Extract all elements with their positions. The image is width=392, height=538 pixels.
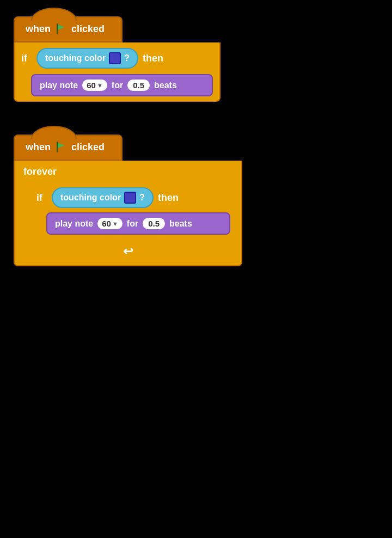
note-value-1: 60 xyxy=(87,81,96,90)
svg-marker-1 xyxy=(58,25,65,30)
note-pill-2[interactable]: 60 ▼ xyxy=(97,218,122,229)
script-group-1: when clicked if touching color ? then xyxy=(14,16,220,102)
svg-marker-3 xyxy=(58,143,65,148)
note-dropdown-arrow-1: ▼ xyxy=(97,82,103,89)
touching-color-condition-1[interactable]: touching color ? xyxy=(36,48,138,69)
play-label-1: play note xyxy=(40,81,78,90)
when-flag-clicked-block-1[interactable]: when clicked xyxy=(14,16,122,42)
forever-loop-arrow-2: ↩ xyxy=(15,242,241,261)
clicked-label-1: clicked xyxy=(71,23,105,35)
play-note-block-1[interactable]: play note 60 ▼ for 0.5 beats xyxy=(31,74,213,96)
if-block-inner-1: play note 60 ▼ for 0.5 beats xyxy=(15,74,219,96)
question-mark-1: ? xyxy=(124,53,130,63)
if-label-1: if xyxy=(21,53,32,64)
question-mark-2: ? xyxy=(139,193,145,203)
play-note-block-2[interactable]: play note 60 ▼ for 0.5 beats xyxy=(46,212,230,235)
when-label-2: when xyxy=(26,142,51,153)
beats-value-1: 0.5 xyxy=(133,81,144,90)
beats-pill-2[interactable]: 0.5 xyxy=(143,218,165,229)
beats-value-2: 0.5 xyxy=(148,219,160,228)
then-label-2: then xyxy=(158,192,179,204)
clicked-label-2: clicked xyxy=(71,142,105,153)
beats-label-1: beats xyxy=(154,81,177,90)
note-pill-1[interactable]: 60 ▼ xyxy=(82,80,107,91)
for-label-1: for xyxy=(112,81,123,90)
touching-label-1: touching color xyxy=(45,53,106,63)
color-swatch-1[interactable] xyxy=(109,52,121,64)
touching-color-condition-2[interactable]: touching color ? xyxy=(52,187,154,208)
note-dropdown-arrow-2: ▼ xyxy=(112,221,118,227)
color-swatch-2[interactable] xyxy=(124,192,136,204)
when-flag-clicked-block-2[interactable]: when clicked xyxy=(14,134,122,161)
note-value-2: 60 xyxy=(102,219,111,228)
touching-label-2: touching color xyxy=(60,193,121,203)
green-flag-icon-2 xyxy=(55,141,67,153)
if-then-block-1: if touching color ? then play note 60 ▼ … xyxy=(14,42,220,102)
forever-label-2: forever xyxy=(23,166,57,177)
nested-if-container-2: if touching color ? then play note 60 ▼ xyxy=(31,183,235,238)
forever-block-2: forever if touching color ? then play no… xyxy=(14,161,242,266)
play-label-2: play note xyxy=(55,219,93,229)
script-group-2: when clicked forever if touching color xyxy=(14,134,242,266)
beats-label-2: beats xyxy=(169,219,192,229)
green-flag-icon-1 xyxy=(55,23,67,35)
for-label-2: for xyxy=(127,219,138,229)
beats-pill-1[interactable]: 0.5 xyxy=(127,80,150,91)
when-label-1: when xyxy=(26,23,51,35)
nested-if-inner-2: play note 60 ▼ for 0.5 beats xyxy=(31,212,235,238)
if-label-2: if xyxy=(36,192,47,204)
then-label-1: then xyxy=(143,53,163,64)
